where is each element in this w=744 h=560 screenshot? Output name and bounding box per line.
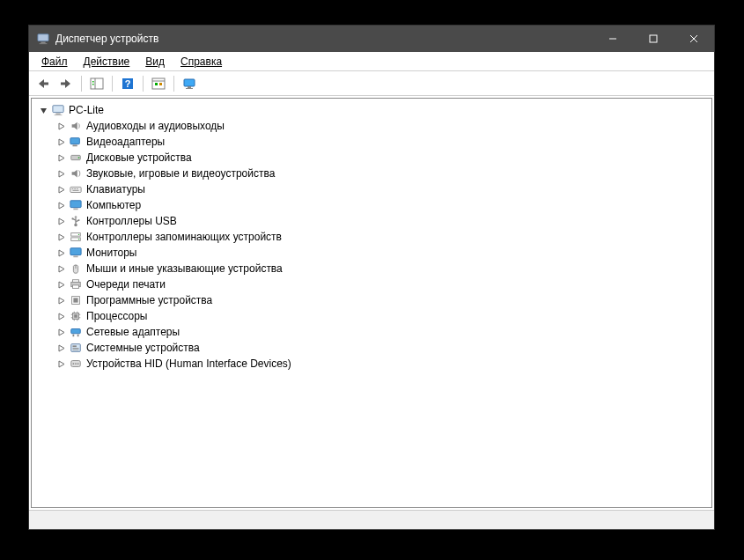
display-adapter-icon	[69, 135, 83, 149]
system-icon	[69, 341, 83, 355]
menu-file[interactable]: Файл	[34, 54, 75, 70]
svg-rect-30	[72, 188, 74, 189]
disk-icon	[69, 151, 83, 165]
svg-rect-19	[184, 79, 195, 86]
svg-point-71	[75, 363, 77, 365]
sound-icon	[69, 166, 83, 181]
tree-category-node[interactable]: Мыши и иные указывающие устройства	[51, 261, 710, 276]
software-icon	[69, 293, 83, 307]
menu-help[interactable]: Справка	[173, 54, 229, 70]
tree-category-node[interactable]: Устройства HID (Human Interface Devices)	[51, 356, 710, 372]
menu-action[interactable]: Действие	[77, 54, 137, 70]
chevron-right-icon[interactable]	[55, 294, 67, 306]
category-label: Процессоры	[86, 310, 148, 322]
svg-point-42	[78, 234, 79, 235]
chevron-right-icon[interactable]	[55, 120, 67, 132]
svg-rect-66	[73, 345, 77, 347]
svg-rect-68	[73, 350, 79, 350]
chevron-right-icon[interactable]	[55, 278, 67, 291]
svg-rect-12	[92, 84, 94, 85]
category-label: Звуковые, игровые и видеоустройства	[86, 167, 275, 180]
toolbar-separator	[173, 76, 174, 92]
category-label: Контроллеры USB	[86, 215, 177, 227]
chevron-right-icon[interactable]	[55, 183, 67, 195]
toolbar-separator	[143, 76, 144, 92]
minimize-button[interactable]	[593, 26, 633, 52]
chevron-right-icon[interactable]	[55, 310, 67, 322]
category-label: Устройства HID (Human Interface Devices)	[86, 357, 291, 370]
svg-rect-53	[74, 314, 77, 318]
svg-rect-25	[70, 138, 80, 144]
network-icon	[69, 325, 83, 339]
svg-rect-34	[70, 201, 81, 208]
tree-root-node[interactable]: PC-Lite	[33, 102, 710, 118]
help-button[interactable]: ?	[117, 74, 138, 93]
scan-hardware-button[interactable]	[148, 74, 169, 93]
svg-rect-8	[61, 82, 66, 85]
chevron-right-icon[interactable]	[55, 167, 67, 180]
svg-point-70	[73, 363, 75, 365]
tree-category-node[interactable]: Системные устройства	[51, 340, 710, 356]
chevron-down-icon[interactable]	[37, 104, 49, 116]
category-label: Дисковые устройства	[86, 151, 192, 164]
svg-rect-26	[73, 145, 77, 147]
tree-category-node[interactable]: Программные устройства	[51, 292, 710, 308]
category-label: Программные устройства	[86, 294, 212, 306]
show-hide-console-button[interactable]	[86, 74, 107, 93]
svg-rect-44	[70, 248, 81, 255]
chevron-right-icon[interactable]	[55, 151, 67, 164]
device-manager-window: Диспетчер устройств Файл Действие Вид Сп…	[28, 25, 715, 530]
tree-category-node[interactable]: Аудиовходы и аудиовыходы	[51, 118, 710, 134]
svg-rect-0	[38, 34, 48, 41]
chevron-right-icon[interactable]	[55, 262, 67, 275]
chevron-right-icon[interactable]	[55, 326, 67, 338]
tree-category-node[interactable]: Видеоадаптеры	[51, 134, 710, 150]
svg-point-38	[71, 217, 73, 219]
svg-rect-63	[73, 335, 75, 337]
tree-category-node[interactable]: Процессоры	[51, 308, 710, 324]
tree-category-node[interactable]: Звуковые, игровые и видеоустройства	[51, 166, 710, 181]
titlebar: Диспетчер устройств	[29, 26, 714, 52]
tree-category-node[interactable]: Очереди печати	[51, 276, 710, 292]
chevron-right-icon[interactable]	[55, 247, 67, 259]
tree-category-node[interactable]: Мониторы	[51, 245, 710, 261]
svg-point-28	[78, 157, 80, 158]
toolbar: ?	[29, 71, 714, 96]
remote-computer-button[interactable]	[179, 74, 200, 93]
menu-view[interactable]: Вид	[138, 54, 172, 70]
computer-icon	[69, 198, 83, 212]
maximize-button[interactable]	[633, 26, 674, 52]
category-label: Клавиатуры	[86, 183, 145, 195]
chevron-right-icon[interactable]	[55, 342, 67, 354]
svg-rect-15	[152, 78, 165, 89]
tree-category-node[interactable]: Сетевые адаптеры	[51, 324, 710, 340]
mouse-icon	[69, 262, 83, 276]
device-tree-panel[interactable]: PC-Lite Аудиовходы и аудиовыходыВидеоада…	[31, 98, 712, 508]
category-label: Сетевые адаптеры	[86, 326, 180, 338]
chevron-right-icon[interactable]	[55, 136, 67, 148]
svg-rect-31	[74, 188, 76, 189]
svg-rect-51	[73, 298, 77, 302]
svg-rect-22	[53, 106, 63, 113]
chevron-right-icon[interactable]	[55, 231, 67, 243]
chevron-right-icon[interactable]	[55, 199, 67, 211]
tree-category-node[interactable]: Дисковые устройства	[51, 150, 710, 166]
svg-rect-33	[73, 190, 79, 191]
toolbar-separator	[112, 76, 113, 92]
back-button[interactable]	[33, 74, 54, 93]
svg-rect-23	[55, 114, 60, 115]
toolbar-separator	[81, 76, 82, 92]
chevron-right-icon[interactable]	[55, 215, 67, 227]
tree-category-node[interactable]: Клавиатуры	[51, 181, 710, 197]
tree-category-node[interactable]: Контроллеры запоминающих устройств	[51, 229, 710, 245]
svg-point-72	[77, 363, 79, 365]
tree-category-node[interactable]: Контроллеры USB	[51, 213, 710, 229]
tree-category-node[interactable]: Компьютер	[51, 197, 710, 213]
chevron-right-icon[interactable]	[55, 357, 67, 370]
window-title: Диспетчер устройств	[55, 33, 158, 45]
forward-button[interactable]	[55, 74, 77, 93]
audio-io-icon	[69, 119, 83, 133]
svg-rect-18	[159, 83, 162, 85]
statusbar	[29, 510, 714, 529]
close-button[interactable]	[674, 26, 714, 52]
